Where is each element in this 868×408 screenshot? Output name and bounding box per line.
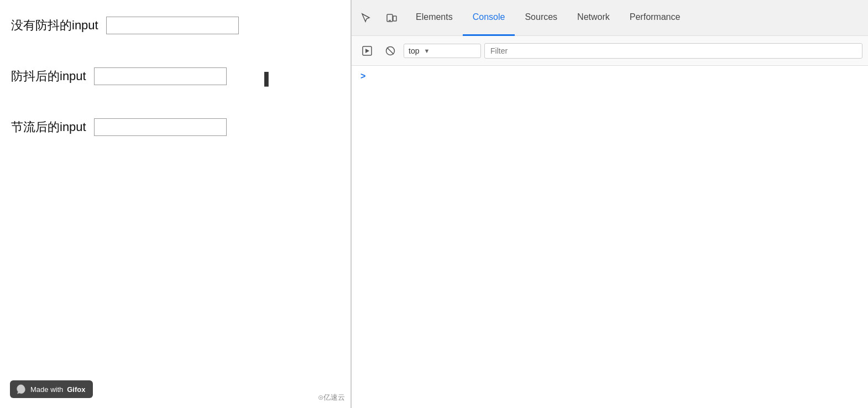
context-selector[interactable]: top ▼	[404, 44, 481, 58]
main-content: 没有防抖的input ▌ 防抖后的input 节流后的input Made wi…	[0, 0, 351, 408]
prompt-chevron-icon: >	[360, 71, 365, 81]
context-value: top	[409, 46, 419, 55]
tab-performance[interactable]: Performance	[620, 0, 691, 36]
run-icon	[362, 46, 372, 56]
devtools-panel: Elements Console Sources Network Perform…	[351, 0, 868, 408]
tab-network[interactable]: Network	[567, 0, 620, 36]
yisu-badge: ⊙亿速云	[318, 393, 345, 402]
throttled-input[interactable]	[94, 118, 227, 136]
console-content-area: >	[352, 66, 868, 408]
yisu-label: ⊙亿速云	[318, 393, 345, 402]
debounced-label: 防抖后的input	[11, 68, 86, 85]
throttled-row: 节流后的input	[11, 118, 339, 136]
tab-sources[interactable]: Sources	[515, 0, 567, 36]
inspect-element-button[interactable]	[354, 6, 378, 30]
devtools-tabs: Elements Console Sources Network Perform…	[406, 0, 868, 36]
no-debounce-row: 没有防抖的input	[11, 17, 339, 34]
devtools-icon-group	[352, 6, 406, 30]
inspect-icon	[360, 12, 372, 23]
gifox-badge: Made with Gifox	[10, 380, 93, 398]
throttled-label: 节流后的input	[11, 119, 86, 135]
svg-line-6	[387, 48, 394, 54]
gifox-brand: Gifox	[67, 385, 85, 394]
tab-console[interactable]: Console	[463, 0, 515, 36]
clear-icon	[385, 46, 395, 56]
device-icon	[386, 12, 397, 23]
devtools-header: Elements Console Sources Network Perform…	[352, 0, 868, 36]
no-debounce-input[interactable]	[106, 17, 239, 34]
devtools-secondary-toolbar: top ▼	[352, 36, 868, 66]
svg-rect-1	[393, 16, 396, 21]
no-debounce-label: 没有防抖的input	[11, 17, 98, 34]
context-arrow-icon: ▼	[423, 48, 430, 54]
debounced-row: 防抖后的input	[11, 67, 339, 85]
clear-console-button[interactable]	[380, 41, 400, 61]
device-toolbar-button[interactable]	[379, 6, 404, 30]
console-filter-input[interactable]	[484, 43, 862, 59]
console-prompt-line: >	[360, 71, 859, 81]
gifox-label: Made with	[30, 385, 63, 394]
svg-marker-4	[365, 49, 369, 53]
tab-elements[interactable]: Elements	[406, 0, 463, 36]
debounced-input[interactable]	[94, 67, 227, 85]
run-snippet-button[interactable]	[357, 41, 377, 61]
gifox-icon	[15, 384, 27, 395]
